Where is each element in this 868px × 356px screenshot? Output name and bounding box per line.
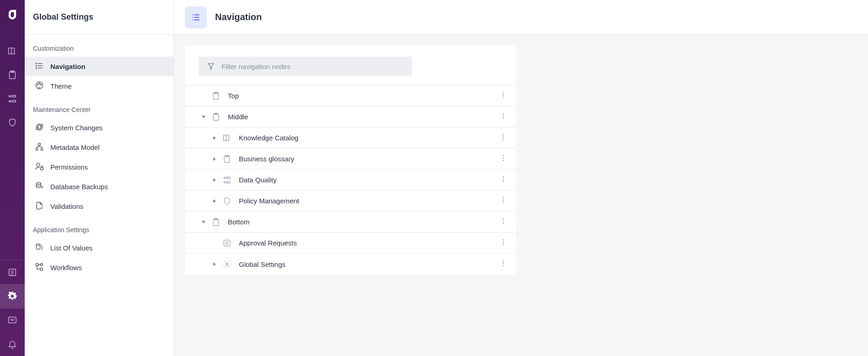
more-actions-icon[interactable]: [500, 133, 507, 143]
tree-toggle-icon[interactable]: [210, 178, 219, 182]
svg-marker-50: [202, 116, 205, 118]
svg-rect-35: [36, 264, 38, 266]
svg-point-67: [224, 177, 225, 178]
tree-row[interactable]: Middle: [185, 106, 516, 128]
filter-box[interactable]: [199, 57, 412, 76]
svg-marker-66: [213, 178, 216, 182]
svg-point-90: [503, 244, 504, 245]
svg-point-93: [503, 260, 504, 262]
sidebar-item-database-backups[interactable]: Database Backups: [25, 177, 173, 197]
svg-rect-69: [226, 177, 230, 178]
tree-row[interactable]: Global Settings: [185, 254, 516, 275]
svg-marker-91: [213, 262, 216, 266]
tree-toggle-icon[interactable]: [210, 199, 219, 203]
tree-row[interactable]: Bottom: [185, 212, 516, 233]
svg-point-75: [503, 197, 504, 198]
tree-row[interactable]: Policy Management: [185, 191, 516, 212]
svg-point-59: [503, 138, 504, 140]
tree-toggle-icon[interactable]: [210, 136, 219, 140]
tree-row[interactable]: Business glossary: [185, 149, 516, 170]
more-actions-icon[interactable]: [500, 260, 507, 269]
rail-data-quality-icon[interactable]: [0, 87, 25, 111]
svg-rect-36: [41, 268, 43, 271]
svg-point-48: [503, 94, 504, 96]
main-content: Navigation TopMiddleKnowledge CatalogBus…: [174, 0, 868, 356]
tree-row[interactable]: Data Quality: [185, 170, 516, 191]
svg-point-42: [192, 17, 193, 18]
svg-point-64: [503, 157, 504, 159]
svg-point-37: [41, 264, 43, 266]
palette-icon: [35, 81, 44, 91]
tree-toggle-icon[interactable]: [210, 157, 219, 161]
svg-point-73: [503, 181, 504, 182]
more-actions-icon[interactable]: [500, 91, 507, 101]
svg-point-49: [503, 96, 504, 98]
tree-row[interactable]: Top: [185, 85, 516, 106]
svg-point-3: [9, 101, 11, 102]
page-icon: [210, 112, 221, 122]
rail-book-icon[interactable]: [0, 39, 25, 63]
svg-point-83: [503, 223, 504, 224]
more-actions-icon[interactable]: [500, 154, 507, 164]
rail-bell-icon[interactable]: [0, 332, 25, 356]
svg-marker-56: [213, 136, 216, 140]
tree-toggle-icon[interactable]: [199, 220, 208, 224]
db-list-icon: [35, 243, 44, 253]
navigation-tree: TopMiddleKnowledge CatalogBusiness gloss…: [185, 85, 516, 275]
svg-point-54: [503, 115, 504, 117]
rail-settings-icon[interactable]: [0, 284, 25, 308]
sidebar-item-validations[interactable]: Validations: [25, 197, 173, 216]
svg-point-16: [36, 68, 37, 69]
page-icon: [210, 91, 221, 101]
sidebar-item-list-of-values[interactable]: List Of Values: [25, 238, 173, 258]
svg-point-30: [36, 182, 41, 184]
svg-marker-60: [213, 157, 216, 161]
svg-point-68: [224, 181, 225, 183]
more-actions-icon[interactable]: [500, 197, 507, 206]
tree-label: Global Settings: [239, 260, 286, 268]
svg-point-43: [192, 19, 193, 20]
sidebar-item-system-changes[interactable]: System Changes: [25, 118, 173, 138]
svg-point-65: [503, 159, 504, 161]
rail-clipboard-icon[interactable]: [0, 63, 25, 87]
svg-rect-70: [226, 181, 230, 183]
sidebar-item-metadata-model[interactable]: Metadata Model: [25, 138, 173, 157]
more-actions-icon[interactable]: [500, 175, 507, 185]
tree-toggle-icon[interactable]: [199, 115, 208, 119]
more-actions-icon[interactable]: [500, 239, 507, 248]
filter-input[interactable]: [221, 63, 404, 70]
section-title: Maintenance Center: [25, 96, 173, 118]
svg-marker-44: [208, 64, 214, 69]
sidebar-item-label: List Of Values: [50, 244, 92, 252]
sidebar-item-workflows[interactable]: Workflows: [25, 258, 173, 277]
svg-point-71: [503, 176, 504, 177]
sidebar-item-label: System Changes: [50, 124, 102, 132]
tree-row[interactable]: Approval Requests: [185, 233, 516, 254]
svg-point-28: [37, 163, 40, 166]
sidebar-item-theme[interactable]: Theme: [25, 76, 173, 96]
icon-rail: [0, 0, 25, 356]
main-header: Navigation: [174, 0, 868, 35]
svg-point-53: [503, 113, 504, 114]
svg-point-55: [503, 117, 504, 119]
tree-toggle-icon[interactable]: [210, 262, 219, 266]
svg-point-47: [503, 92, 504, 93]
svg-point-88: [503, 239, 504, 240]
rail-list-icon[interactable]: [0, 260, 25, 284]
svg-point-63: [503, 155, 504, 156]
file-check-icon: [35, 201, 44, 212]
tree-label: Policy Management: [239, 197, 299, 205]
svg-point-2: [9, 96, 11, 97]
sidebar-item-permissions[interactable]: Permissions: [25, 157, 173, 177]
rail-monitor-icon[interactable]: [0, 308, 25, 332]
workflow-icon: [35, 262, 44, 273]
sidebar-item-navigation[interactable]: Navigation: [25, 57, 173, 76]
sidebar-item-label: Navigation: [50, 63, 86, 70]
more-actions-icon[interactable]: [500, 218, 507, 227]
svg-point-81: [503, 218, 504, 219]
svg-marker-78: [202, 221, 205, 223]
rail-shield-icon[interactable]: [0, 111, 25, 134]
more-actions-icon[interactable]: [500, 112, 507, 122]
tree-row[interactable]: Knowledge Catalog: [185, 128, 516, 149]
svg-point-18: [38, 84, 38, 85]
